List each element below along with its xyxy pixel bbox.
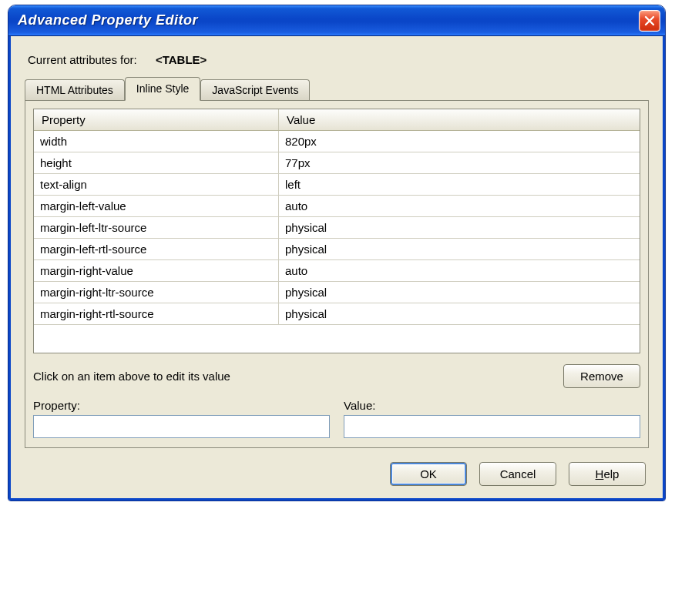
table-row[interactable]: width820px (34, 131, 640, 152)
cell-property: margin-right-rtl-source (34, 303, 279, 324)
cell-value: physical (279, 303, 640, 324)
tab-html-attributes[interactable]: HTML Attributes (25, 79, 125, 100)
cell-property: width (34, 131, 279, 152)
column-header-value[interactable]: Value (279, 109, 640, 130)
property-input[interactable] (33, 415, 330, 438)
titlebar[interactable]: Advanced Property Editor (8, 5, 665, 36)
tabstrip: HTML Attributes Inline Style JavaScript … (25, 77, 649, 100)
value-input[interactable] (344, 415, 640, 438)
table-row[interactable]: margin-left-rtl-sourcephysical (34, 239, 640, 260)
current-attributes-line: Current attributes for: <TABLE> (28, 53, 646, 66)
cell-value: physical (279, 239, 640, 259)
value-field-wrap: Value: (344, 399, 640, 438)
dialog-client: Current attributes for: <TABLE> HTML Att… (8, 36, 665, 500)
cancel-button[interactable]: Cancel (479, 462, 556, 486)
window-title: Advanced Property Editor (18, 12, 198, 28)
help-button-h: H (596, 467, 604, 480)
tab-javascript-events[interactable]: JavaScript Events (200, 79, 310, 100)
close-button[interactable] (639, 10, 660, 32)
table-row[interactable]: margin-left-valueauto (34, 196, 640, 217)
current-attributes-label: Current attributes for: (28, 53, 137, 66)
grid-filler (34, 325, 640, 353)
column-header-property[interactable]: Property (34, 109, 279, 130)
property-field-label: Property: (33, 399, 330, 412)
cell-value: physical (279, 282, 640, 303)
remove-button[interactable]: Remove (563, 364, 640, 388)
property-grid: Property Value width820pxheight77pxtext-… (33, 109, 640, 353)
help-button-rest: elp (603, 467, 619, 480)
table-row[interactable]: margin-left-ltr-sourcephysical (34, 217, 640, 239)
dialog-window: Advanced Property Editor Current attribu… (8, 5, 666, 501)
cell-property: margin-right-ltr-source (34, 282, 279, 303)
table-row[interactable]: text-alignleft (34, 174, 640, 196)
tab-inline-style[interactable]: Inline Style (125, 77, 200, 101)
cell-value: physical (279, 217, 640, 238)
cell-value: left (279, 174, 640, 195)
cell-property: height (34, 152, 279, 173)
cell-property: margin-left-rtl-source (34, 239, 279, 259)
ok-button[interactable]: OK (390, 462, 467, 486)
dialog-button-row: OK Cancel Help (25, 462, 649, 486)
cell-value: 820px (279, 131, 640, 152)
value-field-label: Value: (344, 399, 640, 412)
current-element-tag: <TABLE> (156, 53, 207, 66)
below-grid-row: Click on an item above to edit its value… (33, 364, 640, 388)
cell-property: margin-right-value (34, 260, 279, 281)
table-row[interactable]: height77px (34, 152, 640, 174)
help-button[interactable]: Help (569, 462, 646, 486)
cell-property: text-align (34, 174, 279, 195)
table-row[interactable]: margin-right-ltr-sourcephysical (34, 282, 640, 303)
cell-value: 77px (279, 152, 640, 173)
field-row: Property: Value: (33, 399, 640, 438)
table-row[interactable]: margin-right-valueauto (34, 260, 640, 282)
table-row[interactable]: margin-right-rtl-sourcephysical (34, 303, 640, 325)
cell-value: auto (279, 196, 640, 216)
close-icon (644, 15, 655, 26)
grid-body: width820pxheight77pxtext-alignleftmargin… (34, 131, 640, 353)
cell-property: margin-left-value (34, 196, 279, 216)
grid-header: Property Value (34, 109, 640, 131)
edit-hint: Click on an item above to edit its value (33, 370, 230, 383)
cell-property: margin-left-ltr-source (34, 217, 279, 238)
tab-pane: Property Value width820pxheight77pxtext-… (25, 100, 649, 448)
property-field-wrap: Property: (33, 399, 330, 438)
cell-value: auto (279, 260, 640, 281)
